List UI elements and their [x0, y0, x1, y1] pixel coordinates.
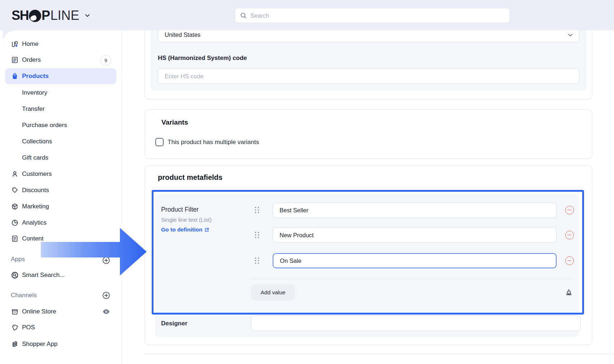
content-icon: [11, 235, 19, 243]
sidebar-item-transfer[interactable]: Transfer: [0, 101, 121, 117]
sidebar-item-label: Inventory: [22, 89, 47, 96]
designer-label: Designer: [161, 320, 187, 327]
drag-handle[interactable]: [255, 232, 259, 238]
add-channel-button[interactable]: [102, 291, 111, 300]
shopper-app-icon: [11, 340, 19, 348]
sidebar-item-home[interactable]: Home: [0, 36, 121, 52]
sidebar-item-customers[interactable]: Customers: [0, 166, 121, 182]
remove-value-button-1[interactable]: [565, 206, 574, 214]
sidebar-item-marketing[interactable]: Marketing: [0, 199, 121, 214]
sidebar-item-label: Home: [22, 40, 38, 48]
discounts-icon: [11, 186, 19, 194]
shopline-mascot-icon: [29, 10, 41, 22]
store-switcher-chevron-icon[interactable]: [84, 12, 91, 19]
global-search[interactable]: Search: [235, 8, 510, 23]
customers-icon: [11, 170, 19, 178]
remove-value-button-2[interactable]: [565, 231, 574, 239]
channels-section-header: Channels: [11, 290, 37, 301]
search-placeholder: Search: [250, 12, 269, 19]
sidebar-item-label: Purchase orders: [22, 122, 67, 129]
variants-card: Variants This product has multiple varia…: [144, 109, 592, 159]
orders-count-badge: 9: [100, 55, 111, 66]
top-left-rounded-corner: [3, 30, 14, 42]
metafield-type: Single line text (List): [161, 217, 212, 223]
logo-text: LINE: [51, 8, 79, 23]
sidebar-item-label: Content: [22, 235, 44, 242]
sidebar-item-products[interactable]: Products: [5, 68, 116, 84]
sidebar-item-label: Transfer: [22, 105, 45, 113]
marketing-icon: [11, 203, 19, 211]
clear-values-button[interactable]: [564, 288, 574, 298]
annotation-arrow-tail: [41, 242, 121, 257]
sidebar-item-pos[interactable]: POS: [0, 320, 121, 335]
sidebar-item-label: Collections: [22, 138, 52, 145]
sidebar-item-inventory[interactable]: Inventory: [0, 85, 121, 101]
chevron-down-icon: [567, 32, 573, 38]
sidebar-item-label: Gift cards: [22, 154, 48, 161]
go-to-definition-link[interactable]: Go to definition: [161, 226, 209, 233]
logo-text: P: [42, 8, 50, 23]
remove-value-button-3[interactable]: [565, 256, 574, 265]
sidebar-item-smart-search[interactable]: Smart Search...: [0, 267, 121, 283]
sidebar-item-label: Shopper App: [22, 341, 57, 348]
sidebar-item-label: Smart Search...: [22, 272, 65, 279]
metafields-title: product metafields: [158, 173, 222, 182]
broom-icon: [564, 288, 574, 298]
smart-search-icon: [11, 271, 19, 279]
online-store-visibility-button[interactable]: [102, 307, 111, 316]
sidebar-item-collections[interactable]: Collections: [0, 134, 121, 150]
hs-code-label: HS (Harmonized System) code: [158, 55, 247, 62]
metafield-name: Product Filter: [161, 206, 199, 213]
apps-section-header: Apps: [11, 254, 25, 265]
sidebar-item-label: Products: [22, 73, 49, 80]
sidebar-item-shopper-app[interactable]: Shopper App: [0, 336, 121, 352]
sidebar-item-label: Marketing: [22, 203, 49, 210]
page-divider: [144, 354, 614, 354]
variants-title: Variants: [161, 118, 188, 126]
eye-icon: [102, 307, 111, 316]
metafield-value-input-2[interactable]: [273, 228, 557, 243]
external-link-icon: [204, 227, 209, 233]
products-icon: [11, 72, 19, 80]
variants-checkbox[interactable]: [155, 138, 164, 146]
designer-input[interactable]: [251, 316, 581, 331]
add-value-button[interactable]: Add value: [251, 285, 295, 300]
metafield-value-input-3[interactable]: [273, 253, 557, 268]
sidebar-item-label: Analytics: [22, 219, 47, 226]
sidebar-item-label: Customers: [22, 170, 52, 178]
sidebar-item-label: Online Store: [22, 308, 56, 315]
shopline-logo[interactable]: SH P LINE: [12, 7, 91, 24]
metafield-value-input-1[interactable]: [273, 203, 557, 218]
pos-icon: [11, 324, 19, 332]
online-store-icon: [11, 308, 19, 316]
sidebar-item-discounts[interactable]: Discounts: [0, 182, 121, 198]
hs-code-input[interactable]: [158, 69, 579, 84]
sidebar-item-label: Orders: [22, 56, 41, 64]
metafields-divider: [250, 279, 574, 279]
analytics-icon: [11, 219, 19, 227]
sidebar-item-label: Discounts: [22, 187, 49, 194]
sidebar-item-analytics[interactable]: Analytics: [0, 215, 121, 231]
logo-text: SH: [12, 8, 29, 23]
drag-handle[interactable]: [255, 207, 259, 213]
search-icon: [240, 12, 247, 19]
sidebar-item-purchase-orders[interactable]: Purchase orders: [0, 117, 121, 133]
sidebar-item-gift-cards[interactable]: Gift cards: [0, 150, 121, 166]
sidebar-item-label: POS: [22, 324, 35, 331]
go-to-definition-label: Go to definition: [161, 226, 203, 233]
plus-circle-icon: [102, 291, 111, 300]
variants-checkbox-label: This product has multiple variants: [168, 139, 259, 146]
drag-handle[interactable]: [255, 257, 259, 264]
app-window: United States HS (Harmonized System) cod…: [0, 0, 614, 364]
orders-icon: [11, 56, 19, 64]
country-select-value: United States: [165, 31, 567, 38]
